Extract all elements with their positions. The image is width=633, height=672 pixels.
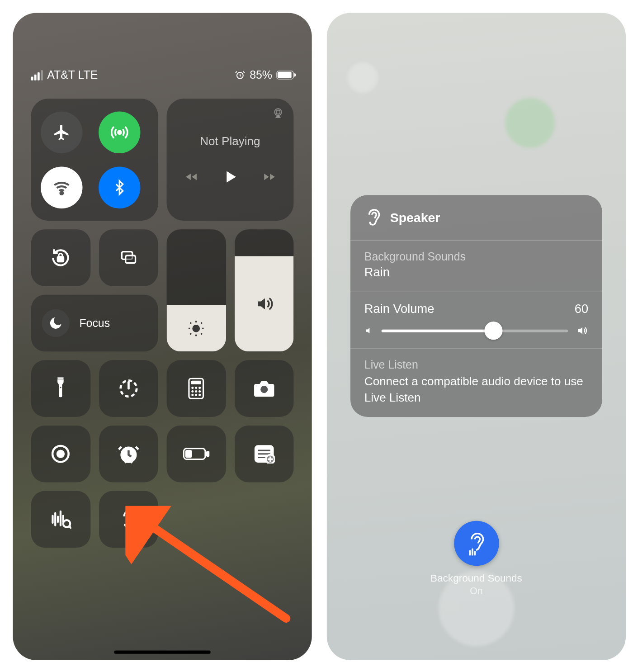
camera-button[interactable]: [234, 360, 293, 417]
live-listen-label: Live Listen: [364, 359, 588, 371]
media-controls[interactable]: Not Playing: [167, 99, 294, 221]
control-center-screen: AT&T LTE 85%: [13, 13, 312, 660]
orientation-lock-button[interactable]: [31, 229, 90, 286]
svg-point-16: [198, 387, 201, 389]
play-icon[interactable]: [222, 169, 237, 185]
svg-rect-28: [207, 452, 209, 456]
sun-icon: [187, 319, 205, 337]
svg-point-2: [60, 192, 63, 194]
ear-waves-icon: [466, 531, 487, 556]
battery-icon: [276, 71, 293, 79]
bg-sounds-btn-title: Background Sounds: [430, 573, 522, 585]
svg-rect-9: [57, 377, 64, 379]
svg-rect-5: [58, 257, 63, 261]
signal-icon: [31, 70, 43, 80]
media-title: Not Playing: [200, 134, 260, 148]
svg-rect-7: [125, 256, 135, 263]
quick-note-button[interactable]: [234, 426, 293, 483]
connectivity-group[interactable]: [31, 99, 158, 221]
svg-rect-29: [186, 451, 191, 457]
screen-mirroring-button[interactable]: [99, 229, 158, 286]
bg-sounds-btn-state: On: [430, 586, 522, 597]
rain-volume-section: Rain Volume 60: [350, 292, 602, 349]
background-sounds-toggle[interactable]: Background Sounds On: [430, 521, 522, 597]
ear-icon: [364, 207, 383, 228]
svg-point-20: [192, 394, 194, 396]
svg-point-10: [60, 387, 61, 388]
bg-sounds-value: Rain: [364, 265, 588, 280]
bluetooth-toggle[interactable]: [98, 166, 140, 208]
rain-volume-label: Rain Volume: [364, 302, 435, 316]
alarm-button[interactable]: [99, 426, 158, 483]
svg-point-4: [276, 110, 280, 114]
battery-pct: 85%: [250, 69, 272, 81]
svg-point-14: [192, 387, 194, 389]
speaker-low-icon: [364, 326, 374, 335]
rewind-icon[interactable]: [183, 170, 199, 183]
rain-volume-value: 60: [575, 302, 588, 316]
cellular-data-toggle[interactable]: [98, 111, 140, 153]
hearing-output-label: Speaker: [390, 210, 440, 225]
sound-recognition-button[interactable]: [31, 491, 90, 548]
speaker-high-icon: [576, 325, 588, 336]
flashlight-button[interactable]: [31, 360, 90, 417]
moon-icon: [42, 309, 70, 337]
calculator-button[interactable]: [167, 360, 226, 417]
svg-point-17: [192, 390, 194, 393]
forward-icon[interactable]: [261, 170, 278, 183]
alarm-icon: [235, 70, 246, 80]
svg-point-8: [193, 325, 199, 331]
timer-button[interactable]: [99, 360, 158, 417]
svg-point-21: [195, 394, 197, 396]
wifi-toggle[interactable]: [41, 166, 82, 208]
hearing-card-header[interactable]: Speaker: [350, 195, 602, 241]
svg-rect-13: [191, 381, 201, 384]
home-indicator[interactable]: [114, 651, 210, 654]
speaker-icon: [255, 294, 274, 314]
svg-point-23: [260, 386, 268, 393]
hearing-detail-screen: Speaker Background Sounds Rain Rain Volu…: [327, 13, 626, 660]
airplane-mode-toggle[interactable]: [41, 111, 82, 153]
rain-volume-slider[interactable]: [364, 325, 588, 336]
screen-record-button[interactable]: [31, 426, 90, 483]
carrier-label: AT&T LTE: [47, 69, 98, 81]
bg-sounds-label: Background Sounds: [364, 250, 588, 263]
svg-point-18: [195, 390, 197, 393]
background-sounds-row[interactable]: Background Sounds Rain: [350, 241, 602, 292]
brightness-slider[interactable]: [167, 229, 226, 351]
hearing-card: Speaker Background Sounds Rain Rain Volu…: [350, 195, 602, 417]
status-bar: AT&T LTE 85%: [13, 69, 312, 81]
svg-point-15: [195, 387, 197, 389]
svg-point-22: [198, 394, 201, 396]
airplay-icon: [272, 107, 284, 119]
svg-point-1: [118, 131, 121, 134]
low-power-button[interactable]: [167, 426, 226, 483]
focus-label: Focus: [79, 317, 110, 329]
hearing-button[interactable]: [99, 491, 158, 548]
svg-point-25: [57, 451, 64, 457]
live-listen-body: Connect a compatible audio device to use…: [364, 374, 588, 405]
live-listen-section[interactable]: Live Listen Connect a compatible audio d…: [350, 349, 602, 417]
volume-slider[interactable]: [234, 229, 293, 351]
focus-button[interactable]: Focus: [31, 295, 158, 352]
svg-point-19: [198, 390, 201, 393]
